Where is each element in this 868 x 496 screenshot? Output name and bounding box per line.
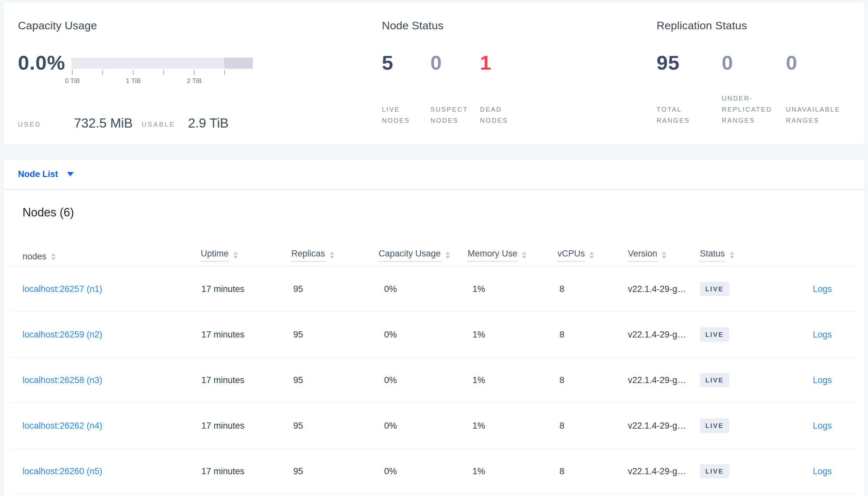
capacity-usage-cell: 0% <box>384 312 397 357</box>
live-nodes-count: 5 <box>382 51 421 74</box>
vcpus-cell: 8 <box>559 449 564 494</box>
column-header-label: Status <box>700 249 725 262</box>
capacity-usage-cell: 0% <box>384 449 397 494</box>
uptime-cell: 17 minutes <box>201 357 244 403</box>
column-header-uptime[interactable]: Uptime <box>201 249 238 262</box>
axis-tick <box>133 70 134 75</box>
unavailable-ranges-stat: 0 UNAVAILABLE RANGES <box>786 51 855 126</box>
axis-tick-label: 1 TiB <box>120 77 146 84</box>
column-header-label: Capacity Usage <box>379 249 441 262</box>
uptime-cell: 17 minutes <box>201 312 244 357</box>
version-cell: v22.1.4-29-g… <box>628 449 686 494</box>
replicas-cell: 95 <box>293 357 303 403</box>
column-header-vcpus[interactable]: vCPUs <box>557 249 594 262</box>
column-header-status[interactable]: Status <box>700 249 734 262</box>
column-header-label: Uptime <box>201 249 229 262</box>
unavailable-ranges-label: UNAVAILABLE RANGES <box>786 104 855 126</box>
sort-icon[interactable] <box>589 252 594 259</box>
suspect-nodes-stat: 0 SUSPECT NODES <box>430 51 474 126</box>
view-selector-label: Node List <box>18 169 58 179</box>
node-list-panel: Nodes (6) nodes Uptime Replicas Capacity… <box>3 190 865 496</box>
sort-icon[interactable] <box>662 252 666 259</box>
logs-link[interactable]: Logs <box>813 266 832 312</box>
cluster-overview-page: { "summary": { "capacity": { "title": "C… <box>0 0 868 496</box>
sort-icon[interactable] <box>233 252 238 259</box>
table-row: localhost:26259 (n2) 17 minutes 95 0% 1%… <box>3 312 865 357</box>
node-address-link[interactable]: localhost:26262 (n4) <box>23 403 102 449</box>
node-address-link[interactable]: localhost:26259 (n2) <box>23 312 102 357</box>
node-status-title: Node Status <box>382 19 444 32</box>
status-badge: LIVE <box>700 419 729 433</box>
axis-tick <box>194 70 195 75</box>
version-cell: v22.1.4-29-g… <box>628 266 686 312</box>
logs-link[interactable]: Logs <box>813 449 832 494</box>
column-header-version[interactable]: Version <box>628 249 666 262</box>
capacity-used-percent: 0.0% <box>18 51 65 74</box>
total-ranges-label: TOTAL RANGES <box>657 104 706 126</box>
replicas-cell: 95 <box>293 449 303 494</box>
status-badge: LIVE <box>700 282 729 296</box>
uptime-cell: 17 minutes <box>201 403 244 449</box>
capacity-usage-bar: 0 TiB 1 TiB 2 TiB <box>71 58 253 97</box>
total-ranges-count: 95 <box>657 51 706 74</box>
memory-use-cell: 1% <box>473 403 485 449</box>
dead-nodes-stat: 1 DEAD NODES <box>480 51 520 126</box>
column-header-replicas[interactable]: Replicas <box>291 249 334 262</box>
live-nodes-stat: 5 LIVE NODES <box>382 51 421 126</box>
live-nodes-label: LIVE NODES <box>382 104 421 126</box>
status-badge: LIVE <box>700 464 729 478</box>
column-header-label: nodes <box>23 252 47 262</box>
column-header-label: Replicas <box>291 249 325 262</box>
axis-tick-label: 0 TiB <box>59 77 85 84</box>
dead-nodes-count: 1 <box>480 51 520 74</box>
logs-link[interactable]: Logs <box>813 403 832 449</box>
capacity-usage-title: Capacity Usage <box>18 19 97 32</box>
view-selector-dropdown[interactable]: Node List <box>18 169 74 179</box>
replicas-cell: 95 <box>293 403 303 449</box>
uptime-cell: 17 minutes <box>201 449 244 494</box>
status-badge: LIVE <box>700 327 729 342</box>
axis-tick-label: 2 TiB <box>181 77 207 84</box>
sort-icon[interactable] <box>730 252 734 259</box>
node-address-link[interactable]: localhost:26260 (n5) <box>23 449 102 494</box>
column-header-label: Memory Use <box>467 249 518 262</box>
node-address-link[interactable]: localhost:26258 (n3) <box>23 357 102 403</box>
used-value: 732.5 MiB <box>74 115 133 131</box>
version-cell: v22.1.4-29-g… <box>628 403 686 449</box>
column-header-label: vCPUs <box>557 249 585 262</box>
capacity-usage-cell: 0% <box>384 403 397 449</box>
cluster-summary-panel: Capacity Usage 0.0% 0 TiB 1 TiB 2 TiB US… <box>3 2 865 145</box>
replicas-cell: 95 <box>293 266 303 312</box>
capacity-usage-cell: 0% <box>384 266 397 312</box>
axis-tick <box>102 70 103 75</box>
version-cell: v22.1.4-29-g… <box>628 357 686 403</box>
sort-icon[interactable] <box>522 252 526 259</box>
capacity-usage-cell: 0% <box>384 357 397 403</box>
table-body: localhost:26257 (n1) 17 minutes 95 0% 1%… <box>3 266 865 494</box>
sort-icon[interactable] <box>330 252 334 259</box>
used-label: USED <box>18 121 41 128</box>
usable-label: USABLE <box>142 121 175 128</box>
vcpus-cell: 8 <box>559 312 564 357</box>
table-header-row: nodes Uptime Replicas Capacity Usage Mem… <box>3 190 865 266</box>
sort-icon[interactable] <box>445 252 450 259</box>
column-header-memory-use[interactable]: Memory Use <box>467 249 526 262</box>
column-header-capacity-usage[interactable]: Capacity Usage <box>379 249 450 262</box>
table-row: localhost:26257 (n1) 17 minutes 95 0% 1%… <box>3 266 865 312</box>
under-replicated-ranges-count: 0 <box>722 51 784 74</box>
table-row: localhost:26262 (n4) 17 minutes 95 0% 1%… <box>3 403 865 449</box>
view-selector-bar: Node List <box>3 159 865 189</box>
status-badge: LIVE <box>700 373 729 387</box>
logs-link[interactable]: Logs <box>813 312 832 357</box>
vcpus-cell: 8 <box>559 266 564 312</box>
logs-link[interactable]: Logs <box>813 357 832 403</box>
column-header-nodes[interactable]: nodes <box>23 252 56 262</box>
vcpus-cell: 8 <box>559 357 564 403</box>
unavailable-ranges-count: 0 <box>786 51 855 74</box>
memory-use-cell: 1% <box>473 312 485 357</box>
replicas-cell: 95 <box>293 312 303 357</box>
node-address-link[interactable]: localhost:26257 (n1) <box>23 266 102 312</box>
sort-icon[interactable] <box>51 253 56 260</box>
uptime-cell: 17 minutes <box>201 266 244 312</box>
replication-status-title: Replication Status <box>657 19 747 32</box>
